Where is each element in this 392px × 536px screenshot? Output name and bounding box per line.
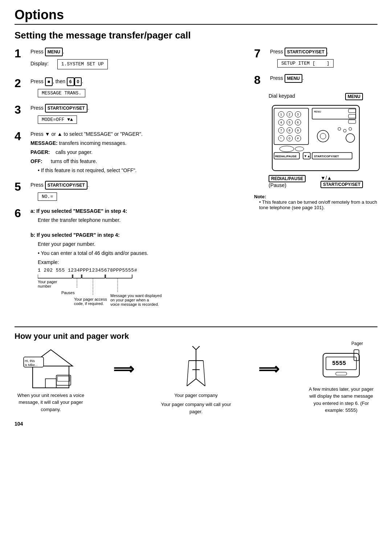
arrow-2: ⟹ [258,361,279,377]
svg-text:is Mike...: is Mike... [25,363,38,367]
menu-label: MENU [345,93,363,100]
step-8-content: Press MENU. [270,74,377,84]
display-5: NO.= [38,192,57,201]
svg-text:HI, this: HI, this [25,359,35,363]
step-3: 3 Press START/COPY/SET. MODE=OFF ▼▲ [15,104,247,125]
step-6-content: a: If you selected "MESSAGE" in step 4: … [30,207,247,314]
step-2-content: Press ■, then 60. MESSAGE TRANS. [30,77,247,99]
svg-text:Message you want displayed: Message you want displayed [110,293,162,298]
svg-point-58 [317,130,329,142]
svg-point-66 [279,146,294,152]
step-6: 6 a: If you selected "MESSAGE" in step 4… [15,207,247,314]
step-7: 7 Press START/COPY/SET. SETUP ITEM [ ] [254,48,377,69]
svg-text:Your pager access: Your pager access [74,297,107,301]
step-3-number: 3 [15,104,28,115]
svg-point-56 [349,127,352,130]
note-box: Note: This feature can be turned on/off … [254,194,377,210]
svg-point-55 [343,129,346,132]
svg-line-81 [187,379,196,386]
display-3: MODE=OFF ▼▲ [38,115,77,124]
how-item-3-caption: A few minutes later, your pager will dis… [305,386,377,414]
step-8: 8 Press MENU. [254,74,377,86]
svg-rect-51 [348,109,356,113]
svg-line-83 [187,361,189,386]
page-title: Options [15,7,377,25]
menu-key-8: MENU [285,74,302,83]
startcopy-key-7: START/COPY/SET [285,48,327,56]
hash-key: ■ [45,77,53,86]
arrow-1: ⟹ [113,361,134,377]
pager-number-row: 1 202 555 1234PPP12345678PPP5555# [38,268,247,273]
page-number: 104 [15,421,377,427]
section-divider [15,326,377,327]
svg-text:*: * [280,137,282,140]
svg-point-57 [346,134,355,142]
device-diagram: Dial keypad MENU MENU 1 2 3 4 5 6 [254,93,377,188]
step-2-number: 2 [15,77,28,89]
svg-text:1: 1 [280,113,282,116]
step-7-number: 7 [254,48,267,59]
pager-label: Pager [351,341,363,346]
how-item-1: HI, this is Mike... When your unit recei… [15,346,87,413]
svg-text:3: 3 [297,113,299,116]
svg-text:REDIAL/PAUSE: REDIAL/PAUSE [275,155,297,158]
pager-bracket-diagram: Your pager number Pauses Your pa [38,273,176,313]
how-item-2: Your pager company Your pager company wi… [160,346,232,415]
svg-line-78 [196,346,200,350]
svg-text:Your pager: Your pager [38,280,57,284]
svg-line-84 [203,361,205,386]
note-text: This feature can be turned on/off remote… [259,199,377,210]
svg-rect-69 [33,366,69,388]
svg-text:START/COPY/SET: START/COPY/SET [314,155,339,158]
dial-keypad-label: Dial keypad [269,93,295,100]
svg-text:5555: 5555 [332,360,346,367]
svg-text:5: 5 [289,121,290,124]
note-title: Note: [254,194,377,199]
svg-line-77 [192,346,196,350]
step-5-content: Press START/COPY/SET. NO.= [30,181,247,202]
svg-rect-88 [336,372,347,375]
svg-text:6: 6 [297,121,299,124]
pager-example: 1 202 555 1234PPP12345678PPP5555# Your p… [38,268,247,314]
pause-label: (Pause) [269,182,286,188]
step-4: 4 Press ▼ or ▲ to select "MESSAGE" or "P… [15,130,247,176]
step-7-content: Press START/COPY/SET. SETUP ITEM [ ] [270,48,377,69]
svg-text:Pauses: Pauses [61,291,75,295]
svg-line-82 [196,379,205,386]
svg-rect-75 [57,376,70,381]
step-5: 5 Press START/COPY/SET. NO.= [15,181,247,202]
step-4-number: 4 [15,130,28,142]
how-item-2-label: Your pager company [174,392,218,399]
step-5-number: 5 [15,181,28,192]
svg-rect-26 [274,108,309,145]
how-item-1-caption: When your unit receives a voice message,… [15,392,87,413]
svg-text:MENU: MENU [314,110,321,113]
svg-text:2: 2 [289,113,290,116]
key-6: 6 [67,77,74,86]
svg-rect-53 [348,120,356,123]
how-section: HI, this is Mike... When your unit recei… [15,346,377,415]
display-7: SETUP ITEM [ ] [277,59,334,68]
step-1-number: 1 [15,48,28,59]
section2-title: How your unit and pager work [15,332,377,341]
how-item-2-caption: Your pager company will call your pager. [160,401,232,415]
svg-rect-70 [45,379,56,388]
svg-text:0: 0 [289,137,290,140]
how-item-3: Pager 5555 A few minutes later, your pag… [305,346,377,414]
updown-label: ▼/▲ [320,175,332,181]
step-1: 1 Press MENU. Display: 1.SYSTEM SET UP [15,48,247,72]
step-2: 2 Press ■, then 60. MESSAGE TRANS. [15,77,247,99]
svg-point-59 [320,133,326,139]
display-1: 1.SYSTEM SET UP [57,59,108,69]
svg-text:code, if required.: code, if required. [74,301,104,306]
pager-svg: 5555 [316,346,367,382]
startcopy-key-5: START/COPY/SET [45,181,87,190]
svg-text:voice message is recorded.: voice message is recorded. [110,302,159,306]
svg-point-67 [295,147,304,151]
svg-text:8: 8 [289,129,290,132]
startcopy-label: START/COPY/SET [320,181,363,188]
startcopy-key-3: START/COPY/SET [45,104,87,113]
step-6-number: 6 [15,207,28,219]
step-1-content: Press MENU. Display: 1.SYSTEM SET UP [30,48,247,72]
tower-svg [174,346,218,390]
